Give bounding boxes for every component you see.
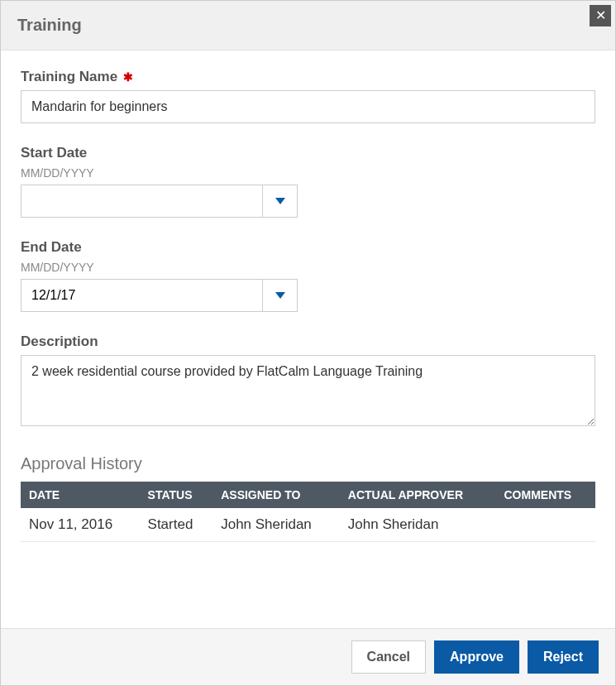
dialog-footer: Cancel Approve Reject [1, 628, 615, 685]
start-date-field: Start Date MM/DD/YYYY [21, 145, 595, 218]
chevron-down-icon [275, 198, 285, 204]
training-name-label-text: Training Name [21, 69, 117, 84]
start-date-input[interactable] [21, 185, 262, 217]
dialog-header: Training ✕ [1, 1, 615, 50]
dialog-body: Training Name ✱ Start Date MM/DD/YYYY En… [1, 50, 615, 628]
cancel-button[interactable]: Cancel [351, 640, 426, 674]
description-field: Description [21, 333, 595, 429]
end-date-picker-button[interactable] [262, 280, 297, 311]
training-name-input[interactable] [21, 90, 595, 123]
training-name-label: Training Name ✱ [21, 69, 595, 85]
close-button[interactable]: ✕ [590, 5, 611, 26]
approve-button[interactable]: Approve [434, 640, 519, 674]
start-date-wrap [21, 185, 298, 218]
start-date-label: Start Date [21, 145, 595, 161]
table-row: Nov 11, 2016 Started John Sheridan John … [21, 508, 595, 542]
cell-comments [495, 508, 595, 542]
col-assigned-to: ASSIGNED TO [212, 482, 340, 508]
approval-history-table: DATE STATUS ASSIGNED TO ACTUAL APPROVER … [21, 482, 595, 542]
cell-status: Started [140, 508, 213, 542]
training-name-field: Training Name ✱ [21, 69, 595, 123]
chevron-down-icon [275, 292, 285, 299]
required-asterisk-icon: ✱ [123, 70, 133, 84]
cell-assigned-to: John Sheridan [212, 508, 340, 542]
reject-button[interactable]: Reject [528, 640, 599, 674]
col-actual-approver: ACTUAL APPROVER [340, 482, 496, 508]
start-date-picker-button[interactable] [262, 185, 297, 217]
start-date-hint: MM/DD/YYYY [21, 166, 595, 180]
table-header-row: DATE STATUS ASSIGNED TO ACTUAL APPROVER … [21, 482, 595, 508]
description-label: Description [21, 333, 595, 350]
col-date: DATE [21, 482, 140, 508]
cell-date: Nov 11, 2016 [21, 508, 140, 542]
training-dialog: Training ✕ Training Name ✱ Start Date MM… [0, 0, 616, 686]
approval-history-title: Approval History [21, 454, 595, 473]
end-date-wrap [21, 279, 298, 312]
col-comments: COMMENTS [495, 482, 595, 508]
col-status: STATUS [140, 482, 213, 508]
cell-actual-approver: John Sheridan [340, 508, 496, 542]
end-date-hint: MM/DD/YYYY [21, 261, 595, 274]
end-date-field: End Date MM/DD/YYYY [21, 239, 595, 312]
description-input[interactable] [21, 355, 595, 426]
dialog-title: Training [17, 16, 82, 35]
end-date-label: End Date [21, 239, 595, 256]
close-icon: ✕ [595, 8, 606, 22]
end-date-input[interactable] [21, 280, 262, 311]
